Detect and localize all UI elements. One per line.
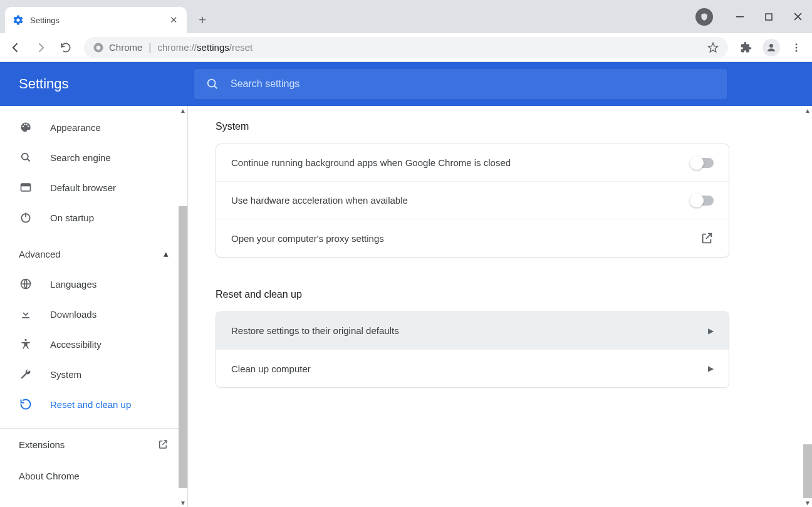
scroll-up-icon[interactable]: ▲ (179, 106, 187, 115)
sidebar-item-label: Languages (50, 279, 96, 290)
sidebar-item-label: Default browser (50, 182, 116, 193)
reset-card: Restore settings to their original defau… (216, 311, 729, 388)
main-scroll-up-icon[interactable]: ▲ (803, 106, 812, 115)
row-hardware-accel[interactable]: Use hardware acceleration when available (216, 182, 729, 219)
row-label: Continue running background apps when Go… (231, 157, 511, 168)
settings-main: ▲ System Continue running background app… (188, 106, 812, 507)
sidebar-item-label: Reset and clean up (50, 399, 131, 410)
minimize-button[interactable] (726, 4, 754, 29)
svg-point-7 (796, 50, 798, 51)
sidebar-item-downloads[interactable]: Downloads (0, 299, 187, 329)
palette-icon (19, 121, 33, 133)
new-tab-button[interactable]: + (193, 11, 212, 29)
settings-header: Settings (0, 62, 812, 106)
svg-rect-1 (766, 14, 772, 20)
row-background-apps[interactable]: Continue running background apps when Go… (216, 144, 729, 182)
toggle-background-apps[interactable] (691, 158, 714, 168)
sidebar-item-appearance[interactable]: Appearance (0, 112, 187, 142)
svg-point-3 (96, 45, 101, 50)
search-icon (19, 151, 33, 164)
row-label: Use hardware acceleration when available (231, 195, 408, 206)
settings-search[interactable] (194, 69, 727, 99)
profile-avatar[interactable] (761, 37, 782, 58)
browser-icon (19, 181, 33, 194)
sidebar-item-accessibility[interactable]: Accessibility (0, 329, 187, 359)
wrench-icon (19, 368, 33, 380)
chevron-right-icon: ▶ (708, 327, 714, 335)
extensions-label: Extensions (19, 439, 65, 450)
svg-point-14 (24, 339, 26, 341)
sidebar-item-reset[interactable]: Reset and clean up (0, 389, 187, 419)
sidebar-item-languages[interactable]: Languages (0, 269, 187, 299)
scroll-down-icon[interactable]: ▼ (179, 498, 187, 507)
address-bar[interactable]: Chrome | chrome://settings/reset (84, 37, 728, 58)
row-label: Restore settings to their original defau… (231, 325, 399, 336)
bookmark-star-icon[interactable] (707, 41, 719, 54)
omnibox-url: chrome://settings/reset (158, 42, 253, 53)
open-external-icon (157, 439, 169, 450)
settings-sidebar: ▲ Appearance Search engine Default brows… (0, 106, 188, 507)
accessibility-icon (19, 338, 33, 350)
row-proxy-settings[interactable]: Open your computer's proxy settings (216, 219, 729, 257)
advanced-label: Advanced (19, 249, 61, 259)
sidebar-item-label: On startup (50, 212, 94, 223)
sidebar-scrollbar-thumb[interactable] (179, 206, 187, 488)
window-controls (695, 0, 812, 33)
omnibox-divider: | (148, 42, 151, 53)
svg-point-5 (796, 43, 798, 45)
svg-rect-11 (21, 184, 31, 186)
sidebar-item-system[interactable]: System (0, 359, 187, 389)
close-window-button[interactable] (783, 4, 812, 29)
toggle-hardware-accel[interactable] (691, 196, 714, 206)
chrome-icon (93, 42, 104, 53)
row-clean-up[interactable]: Clean up computer ▶ (216, 350, 729, 387)
maximize-button[interactable] (754, 4, 783, 29)
sidebar-item-label: System (50, 369, 81, 380)
site-chip: Chrome (93, 42, 142, 53)
browser-toolbar: Chrome | chrome://settings/reset (0, 33, 812, 62)
sidebar-item-label: Appearance (50, 122, 101, 133)
settings-body: ▲ Appearance Search engine Default brows… (0, 106, 812, 507)
browser-tab[interactable]: Settings ✕ (5, 7, 187, 33)
sidebar-item-label: Downloads (50, 309, 96, 320)
incognito-indicator-icon[interactable] (695, 8, 713, 26)
svg-rect-0 (736, 16, 744, 18)
main-scroll-down-icon[interactable]: ▼ (803, 498, 812, 507)
titlebar: Settings ✕ + (0, 0, 812, 33)
power-icon (19, 211, 33, 224)
sidebar-item-search-engine[interactable]: Search engine (0, 142, 187, 172)
sidebar-item-label: Search engine (50, 152, 111, 163)
sidebar-item-extensions[interactable]: Extensions (0, 429, 187, 460)
chevron-right-icon: ▶ (708, 364, 714, 373)
restore-icon (19, 398, 33, 410)
close-tab-icon[interactable]: ✕ (168, 14, 179, 26)
search-icon (206, 77, 219, 91)
open-external-icon (700, 231, 714, 245)
row-restore-defaults[interactable]: Restore settings to their original defau… (216, 312, 729, 350)
download-icon (19, 308, 33, 320)
chevron-up-icon: ▴ (164, 248, 169, 259)
main-scrollbar-thumb[interactable] (803, 444, 812, 498)
extensions-icon[interactable] (736, 37, 757, 58)
about-label: About Chrome (19, 471, 80, 481)
globe-icon (19, 278, 33, 290)
forward-button[interactable] (30, 37, 51, 58)
sidebar-item-about[interactable]: About Chrome (0, 460, 187, 491)
settings-title: Settings (0, 76, 194, 92)
svg-point-6 (796, 46, 798, 48)
settings-search-input[interactable] (231, 78, 716, 90)
row-label: Clean up computer (231, 363, 311, 374)
system-card: Continue running background apps when Go… (216, 144, 729, 258)
svg-point-4 (769, 44, 773, 48)
sidebar-item-label: Accessibility (50, 339, 102, 350)
menu-button[interactable] (786, 37, 807, 58)
svg-point-8 (208, 80, 216, 87)
back-button[interactable] (5, 37, 26, 58)
row-label: Open your computer's proxy settings (231, 233, 384, 244)
sidebar-advanced-toggle[interactable]: Advanced ▴ (0, 239, 187, 269)
tab-title: Settings (30, 16, 168, 25)
sidebar-item-on-startup[interactable]: On startup (0, 202, 187, 233)
reload-button[interactable] (55, 37, 76, 58)
sidebar-item-default-browser[interactable]: Default browser (0, 172, 187, 202)
svg-point-9 (22, 154, 28, 160)
